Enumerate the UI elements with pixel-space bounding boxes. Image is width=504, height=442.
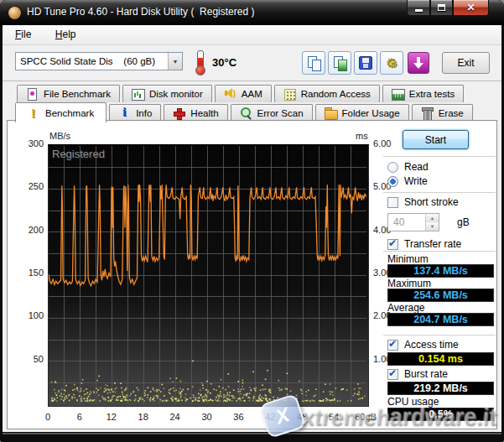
transfer-rate-checkbox[interactable]: Transfer rate [387, 238, 461, 250]
chevron-down-icon[interactable]: ▼ [168, 53, 182, 70]
average-label: Average [387, 302, 424, 314]
close-button[interactable]: ✕ [453, 0, 489, 16]
stepper-down-icon[interactable]: ▼ [426, 222, 439, 231]
access-time-value: 0.154 ms [387, 352, 494, 366]
tab-label: Info [136, 108, 152, 118]
arrow-down-icon [413, 57, 423, 69]
radio-icon [387, 162, 398, 173]
window-title: HD Tune Pro 4.60 - Hard Disk Utility ( R… [27, 6, 254, 18]
tab-file-benchmark[interactable]: File Benchmark [17, 85, 120, 102]
menu-bar: File Help [3, 25, 501, 45]
maximum-label: Maximum [387, 278, 431, 289]
axis-tick: 300 [17, 138, 44, 148]
benchmark-icon [28, 107, 40, 119]
axis-tick: 30 [193, 412, 221, 422]
tab-health[interactable]: Health [164, 104, 227, 122]
disk-monitor-icon [132, 88, 144, 100]
tab-row-secondary: File BenchmarkDisk monitor)AAMRandom Acc… [17, 85, 464, 102]
temperature-label: 30°C [212, 56, 236, 69]
radio-selected-icon [387, 176, 398, 187]
tab-benchmark[interactable]: Benchmark [15, 102, 107, 122]
burst-rate-checkbox[interactable]: Burst rate [387, 368, 448, 380]
maximize-icon [438, 4, 445, 11]
minimum-value: 137.4 MB/s [387, 264, 494, 278]
tab-error-scan[interactable]: Error Scan [231, 104, 313, 122]
write-radio[interactable]: Write [387, 175, 428, 187]
tab-disk-monitor[interactable]: Disk monitor [122, 85, 212, 102]
tab-random-access[interactable]: Random Access [274, 85, 380, 102]
axis-tick: 12 [97, 412, 126, 422]
checkbox-checked-icon [387, 369, 398, 380]
tab-folder-usage[interactable]: Folder Usage [315, 104, 409, 122]
capacity-value: 40 [388, 214, 425, 231]
tab-label: AAM [242, 89, 262, 99]
separator [383, 335, 496, 336]
axis-tick: 24 [161, 412, 190, 422]
copy-text-button[interactable] [302, 51, 325, 75]
menu-file[interactable]: File [8, 25, 39, 40]
tab-label: Benchmark [45, 108, 94, 118]
axis-tick: 250 [17, 181, 44, 191]
read-radio[interactable]: Read [387, 161, 429, 173]
app-icon [8, 7, 21, 19]
aam-icon: ) [224, 88, 236, 100]
right-axis-unit: ms [356, 131, 368, 141]
axis-tick: 100 [17, 310, 44, 320]
tab-label: Health [190, 108, 218, 118]
capacity-unit-label: gB [457, 216, 470, 228]
short-stroke-checkbox[interactable]: Short stroke [387, 196, 459, 208]
stepper-buttons[interactable]: ▲▼ [425, 214, 439, 231]
registered-watermark: Registered [52, 148, 105, 160]
tab-label: Erase [439, 108, 464, 118]
toolbar: SPCC Solid State Dis (60 gB) ▼ 30°C ⚙ Ex… [3, 46, 501, 81]
maximize-button[interactable] [430, 0, 453, 16]
update-button[interactable] [408, 52, 429, 74]
start-button[interactable]: Start [403, 130, 469, 149]
burst-rate-label: Burst rate [404, 368, 448, 380]
separator [383, 251, 496, 252]
left-axis-unit: MB/s [49, 131, 70, 141]
checkbox-icon [387, 197, 398, 208]
extra-tests-icon [392, 88, 404, 100]
minimize-button[interactable] [407, 0, 430, 16]
copy-icon [307, 56, 321, 70]
gear-icon: ⚙ [384, 55, 399, 70]
separator [383, 156, 496, 158]
short-stroke-label: Short stroke [404, 196, 459, 208]
capacity-stepper[interactable]: 40 ▲▼ [387, 213, 439, 231]
close-icon: ✕ [466, 3, 475, 13]
access-time-checkbox[interactable]: Access time [387, 339, 459, 351]
benchmark-chart [48, 144, 369, 407]
axis-tick: 36 [224, 412, 252, 422]
drive-select-value: SPCC Solid State Dis (60 gB) [16, 56, 168, 66]
file-benchmark-icon [26, 88, 39, 100]
tab-extra-tests[interactable]: Extra tests [382, 85, 464, 102]
tab-label: Disk monitor [149, 89, 203, 99]
stepper-up-icon[interactable]: ▲ [426, 214, 439, 222]
folder-usage-icon [325, 107, 337, 119]
options-button[interactable]: ⚙ [380, 51, 403, 75]
window-bottom-edge [3, 433, 501, 434]
thermometer-icon [194, 50, 205, 75]
drive-select[interactable]: SPCC Solid State Dis (60 gB) ▼ [15, 52, 183, 70]
save-icon [359, 56, 372, 70]
tab-erase[interactable]: Erase [412, 104, 473, 122]
axis-tick: 0 [34, 412, 62, 422]
checkbox-checked-icon [387, 239, 398, 250]
tab-info[interactable]: Info [109, 104, 161, 122]
axis-tick: 150 [17, 268, 44, 278]
tab-label: Extra tests [409, 89, 455, 99]
info-icon [118, 107, 131, 119]
error-scan-icon [240, 107, 252, 119]
separator [383, 192, 496, 194]
menu-help[interactable]: Help [48, 25, 84, 40]
copy-image-button[interactable] [328, 51, 351, 75]
average-value: 204.7 MB/s [387, 313, 494, 326]
axis-tick: 50 [17, 354, 44, 364]
save-button[interactable] [354, 51, 377, 75]
tab-label: Error Scan [257, 108, 304, 118]
exit-button[interactable]: Exit [442, 52, 490, 74]
tab-aam[interactable]: )AAM [215, 85, 272, 102]
access-time-label: Access time [404, 339, 459, 351]
titlebar[interactable]: HD Tune Pro 4.60 - Hard Disk Utility ( R… [0, 0, 504, 25]
